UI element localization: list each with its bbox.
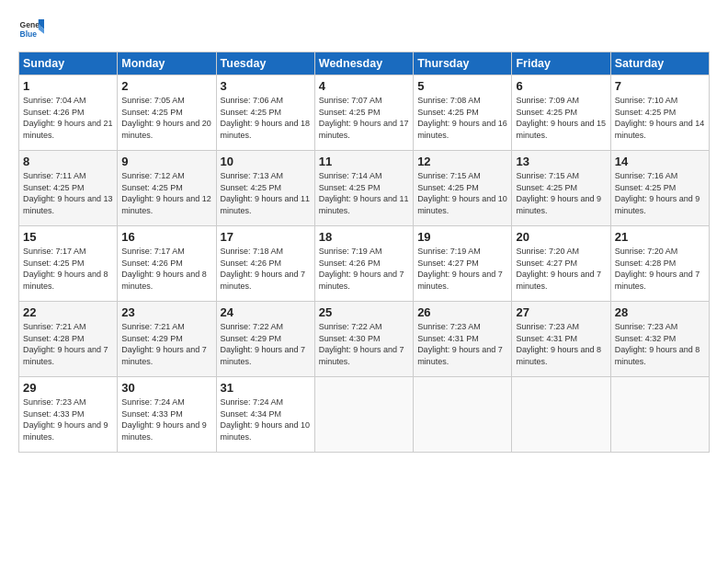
day-info: Sunrise: 7:05 AMSunset: 4:25 PMDaylight:… [121,95,211,141]
day-number: 1 [23,79,113,93]
page-header: General Blue [18,17,710,42]
day-number: 23 [121,305,211,319]
day-number: 19 [417,230,507,244]
day-number: 4 [319,79,409,93]
day-number: 30 [121,381,211,395]
day-number: 28 [615,305,705,319]
day-info: Sunrise: 7:12 AMSunset: 4:25 PMDaylight:… [121,170,211,216]
calendar-cell: 22 Sunrise: 7:21 AMSunset: 4:28 PMDaylig… [19,302,118,377]
day-number: 2 [121,79,211,93]
calendar-week-3: 15 Sunrise: 7:17 AMSunset: 4:25 PMDaylig… [19,226,710,302]
day-number: 17 [221,230,311,244]
day-info: Sunrise: 7:04 AMSunset: 4:26 PMDaylight:… [23,95,113,141]
calendar-week-2: 8 Sunrise: 7:11 AMSunset: 4:25 PMDayligh… [19,151,710,226]
day-number: 22 [23,305,113,319]
calendar-cell: 18 Sunrise: 7:19 AMSunset: 4:26 PMDaylig… [314,226,413,302]
calendar-cell: 26 Sunrise: 7:23 AMSunset: 4:31 PMDaylig… [414,302,512,377]
day-info: Sunrise: 7:17 AMSunset: 4:26 PMDaylight:… [121,246,211,292]
calendar-cell: 10 Sunrise: 7:13 AMSunset: 4:25 PMDaylig… [216,151,314,226]
day-info: Sunrise: 7:07 AMSunset: 4:25 PMDaylight:… [319,95,409,141]
logo-icon: General Blue [18,17,44,42]
day-number: 15 [23,230,113,244]
calendar-cell: 23 Sunrise: 7:21 AMSunset: 4:29 PMDaylig… [118,302,216,377]
calendar-cell: 24 Sunrise: 7:22 AMSunset: 4:29 PMDaylig… [216,302,314,377]
day-number: 12 [417,155,507,168]
calendar-cell: 9 Sunrise: 7:12 AMSunset: 4:25 PMDayligh… [118,151,216,226]
calendar-body: 1 Sunrise: 7:04 AMSunset: 4:26 PMDayligh… [19,75,710,453]
calendar-cell: 7 Sunrise: 7:10 AMSunset: 4:25 PMDayligh… [610,75,709,151]
calendar-cell: 25 Sunrise: 7:22 AMSunset: 4:30 PMDaylig… [314,302,413,377]
day-info: Sunrise: 7:17 AMSunset: 4:25 PMDaylight:… [23,246,113,292]
day-info: Sunrise: 7:14 AMSunset: 4:25 PMDaylight:… [319,170,409,216]
day-number: 20 [516,230,606,244]
day-info: Sunrise: 7:21 AMSunset: 4:29 PMDaylight:… [121,321,211,367]
calendar-cell: 1 Sunrise: 7:04 AMSunset: 4:26 PMDayligh… [19,75,118,151]
day-info: Sunrise: 7:23 AMSunset: 4:32 PMDaylight:… [615,321,705,367]
calendar-cell: 4 Sunrise: 7:07 AMSunset: 4:25 PMDayligh… [314,75,413,151]
calendar-cell: 27 Sunrise: 7:23 AMSunset: 4:31 PMDaylig… [512,302,610,377]
logo: General Blue [18,17,46,42]
calendar-cell: 13 Sunrise: 7:15 AMSunset: 4:25 PMDaylig… [512,151,610,226]
weekday-header-sunday: Sunday [19,52,118,75]
calendar-cell: 30 Sunrise: 7:24 AMSunset: 4:33 PMDaylig… [118,377,216,453]
calendar-cell: 14 Sunrise: 7:16 AMSunset: 4:25 PMDaylig… [610,151,709,226]
day-number: 10 [221,155,311,168]
day-number: 8 [23,155,113,168]
day-number: 3 [221,79,311,93]
weekday-header-tuesday: Tuesday [216,52,314,75]
calendar-header-row: SundayMondayTuesdayWednesdayThursdayFrid… [19,52,710,75]
calendar-cell [414,377,512,453]
calendar-cell: 20 Sunrise: 7:20 AMSunset: 4:27 PMDaylig… [512,226,610,302]
day-info: Sunrise: 7:13 AMSunset: 4:25 PMDaylight:… [221,170,311,216]
calendar-cell: 21 Sunrise: 7:20 AMSunset: 4:28 PMDaylig… [610,226,709,302]
day-number: 31 [221,381,311,395]
day-number: 14 [615,155,705,168]
calendar-cell: 17 Sunrise: 7:18 AMSunset: 4:26 PMDaylig… [216,226,314,302]
day-number: 11 [319,155,409,168]
weekday-header-wednesday: Wednesday [314,52,413,75]
day-number: 27 [516,305,606,319]
day-info: Sunrise: 7:19 AMSunset: 4:26 PMDaylight:… [319,246,409,292]
day-info: Sunrise: 7:15 AMSunset: 4:25 PMDaylight:… [516,170,606,216]
calendar-cell [314,377,413,453]
calendar-cell: 31 Sunrise: 7:24 AMSunset: 4:34 PMDaylig… [216,377,314,453]
day-info: Sunrise: 7:10 AMSunset: 4:25 PMDaylight:… [615,95,705,141]
day-number: 9 [121,155,211,168]
day-number: 5 [417,79,507,93]
calendar-week-5: 29 Sunrise: 7:23 AMSunset: 4:33 PMDaylig… [19,377,710,453]
calendar-cell: 8 Sunrise: 7:11 AMSunset: 4:25 PMDayligh… [19,151,118,226]
day-info: Sunrise: 7:20 AMSunset: 4:28 PMDaylight:… [615,246,705,292]
day-info: Sunrise: 7:22 AMSunset: 4:29 PMDaylight:… [221,321,311,367]
day-info: Sunrise: 7:22 AMSunset: 4:30 PMDaylight:… [319,321,409,367]
day-info: Sunrise: 7:15 AMSunset: 4:25 PMDaylight:… [417,170,507,216]
day-number: 21 [615,230,705,244]
calendar-table: SundayMondayTuesdayWednesdayThursdayFrid… [18,52,710,453]
weekday-header-monday: Monday [118,52,216,75]
weekday-header-friday: Friday [512,52,610,75]
calendar-cell: 15 Sunrise: 7:17 AMSunset: 4:25 PMDaylig… [19,226,118,302]
svg-text:Blue: Blue [20,29,38,39]
day-info: Sunrise: 7:19 AMSunset: 4:27 PMDaylight:… [417,246,507,292]
day-info: Sunrise: 7:23 AMSunset: 4:33 PMDaylight:… [23,396,113,442]
day-info: Sunrise: 7:23 AMSunset: 4:31 PMDaylight:… [516,321,606,367]
day-info: Sunrise: 7:23 AMSunset: 4:31 PMDaylight:… [417,321,507,367]
calendar-cell: 16 Sunrise: 7:17 AMSunset: 4:26 PMDaylig… [118,226,216,302]
calendar-cell [610,377,709,453]
day-number: 26 [417,305,507,319]
calendar-cell: 3 Sunrise: 7:06 AMSunset: 4:25 PMDayligh… [216,75,314,151]
weekday-header-saturday: Saturday [610,52,709,75]
day-info: Sunrise: 7:11 AMSunset: 4:25 PMDaylight:… [23,170,113,216]
calendar-cell [512,377,610,453]
day-number: 13 [516,155,606,168]
day-info: Sunrise: 7:08 AMSunset: 4:25 PMDaylight:… [417,95,507,141]
calendar-week-1: 1 Sunrise: 7:04 AMSunset: 4:26 PMDayligh… [19,75,710,151]
day-info: Sunrise: 7:20 AMSunset: 4:27 PMDaylight:… [516,246,606,292]
day-number: 16 [121,230,211,244]
day-info: Sunrise: 7:24 AMSunset: 4:33 PMDaylight:… [121,396,211,442]
day-info: Sunrise: 7:21 AMSunset: 4:28 PMDaylight:… [23,321,113,367]
day-number: 7 [615,79,705,93]
day-number: 6 [516,79,606,93]
day-number: 24 [221,305,311,319]
calendar-cell: 12 Sunrise: 7:15 AMSunset: 4:25 PMDaylig… [414,151,512,226]
calendar-week-4: 22 Sunrise: 7:21 AMSunset: 4:28 PMDaylig… [19,302,710,377]
